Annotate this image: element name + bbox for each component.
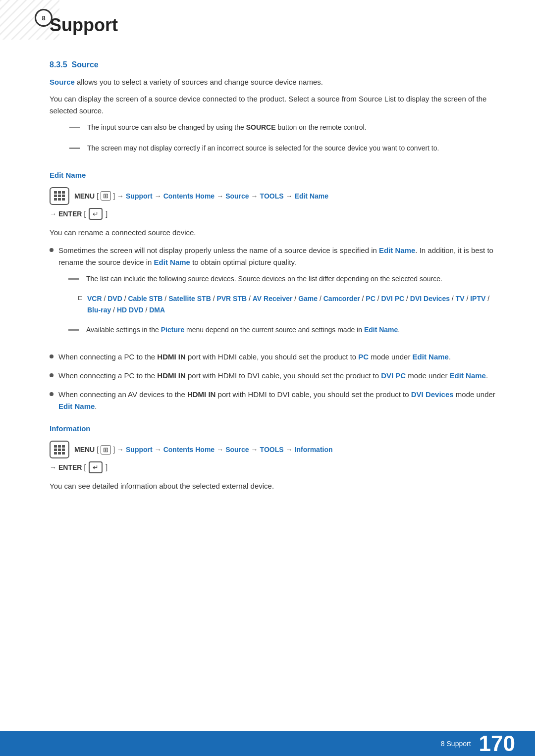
device-hddvd: HD DVD: [117, 306, 144, 314]
arrow-2: →: [155, 192, 161, 200]
path-tools-2: TOOLS: [260, 446, 284, 454]
sub-note-dash-1: [68, 278, 79, 280]
available-note-text: Available settings in the Picture menu d…: [86, 324, 400, 335]
device-satellite: Satellite STB: [168, 295, 211, 302]
menu-bracket-icon-2: ⊞: [101, 445, 111, 454]
path-source-2: Source: [225, 446, 249, 454]
enter-bracket-open: [: [84, 210, 86, 218]
bullet-dot-3: [50, 373, 54, 377]
device-dvd: DVD: [107, 295, 122, 302]
edit-name-blue-1: Edit Name: [379, 246, 415, 254]
note-text-2: The screen may not display correctly if …: [87, 143, 439, 153]
sub-note-1: The list can include the following sourc…: [68, 273, 495, 289]
section-835: 8.3.5 Source Source allows you to select…: [50, 60, 495, 159]
arrow-3: →: [216, 192, 223, 200]
device-tv: TV: [456, 295, 465, 302]
menu-icon-grid: [54, 191, 65, 201]
chapter-circle-text: 8: [42, 14, 45, 22]
device-av: AV Receiver: [253, 295, 293, 302]
menu-icon-2: [50, 441, 69, 458]
arrow-1: →: [117, 192, 124, 200]
grid-cell: [54, 195, 57, 197]
hdmi-in-2: HDMI IN: [157, 371, 186, 380]
bullet-dot-1: [50, 248, 54, 252]
path-contents-home: Contents Home: [163, 192, 214, 200]
source-keyword-1: Source: [50, 78, 75, 86]
arrow-i1: →: [117, 446, 124, 454]
device-dma: DMA: [149, 306, 165, 314]
bullet-item-2: When connecting a PC to the HDMI IN port…: [50, 351, 495, 363]
grid-cell: [58, 449, 61, 451]
note-dash-2: [69, 148, 80, 149]
edit-name-ref-1: Edit Name: [413, 353, 449, 361]
dvi-pc-mode: DVI PC: [381, 371, 406, 380]
grid-cell: [62, 191, 65, 194]
edit-name-bullet-list: Sometimes the screen will not display pr…: [50, 245, 495, 413]
device-pc: PC: [366, 295, 375, 302]
device-iptv: IPTV: [470, 295, 485, 302]
edit-name-ref-2: Edit Name: [450, 371, 486, 380]
path-support-2: Support: [126, 446, 153, 454]
device-pvr: PVR STB: [216, 295, 247, 302]
note-text-1: The input source can also be changed by …: [87, 122, 366, 133]
enter-arrow-2: →: [50, 463, 56, 471]
edit-name-ref-3: Edit Name: [58, 402, 95, 410]
main-content: 8.3.5 Source Source allows you to select…: [0, 46, 535, 527]
page-title: Support: [50, 15, 495, 36]
arrow-i5: →: [286, 446, 293, 454]
device-camcorder: Camcorder: [323, 295, 360, 302]
bracket-close-2: ]: [113, 446, 115, 454]
intro-paragraph-2: You can display the screen of a source d…: [50, 93, 495, 117]
square-bullet-text-1: VCR / DVD / Cable STB / Satellite STB / …: [87, 293, 495, 315]
grid-cell: [58, 452, 61, 454]
footer-page-number: 170: [479, 733, 515, 755]
grid-cell: [58, 195, 61, 197]
bullet-item-1: Sometimes the screen will not display pr…: [50, 245, 495, 345]
bullet-dot-4: [50, 392, 54, 396]
device-vcr: VCR: [87, 295, 102, 302]
edit-name-blue-3: Edit Name: [364, 326, 398, 334]
edit-name-blue-2: Edit Name: [154, 258, 190, 266]
enter-label: ENTER: [58, 210, 82, 218]
header: Support: [0, 0, 535, 46]
grid-cell: [58, 445, 61, 448]
note-1: The input source can also be changed by …: [69, 122, 495, 138]
path-source: Source: [225, 192, 249, 200]
enter-line-2: → ENTER [ ↵ ]: [50, 461, 495, 473]
grid-cell: [54, 445, 57, 448]
enter-icon-2: ↵: [89, 461, 103, 473]
chapter-circle: 8: [35, 9, 53, 27]
hdmi-in-3: HDMI IN: [187, 390, 216, 399]
enter-bracket-close: ]: [106, 210, 107, 218]
pc-mode: PC: [358, 353, 369, 361]
menu-bracket-icon: ⊞: [101, 191, 111, 201]
menu-icon-inner-2: [54, 445, 65, 454]
path-support: Support: [126, 192, 153, 200]
menu-icon: [50, 187, 69, 205]
grid-cell: [62, 452, 65, 454]
arrow-i4: →: [251, 446, 258, 454]
subsection-edit-name: Edit Name: [50, 171, 495, 413]
section-heading: 8.3.5 Source: [50, 60, 495, 69]
intro-paragraph-1: Source allows you to select a variety of…: [50, 76, 495, 88]
information-menu-path: MENU [ ⊞ ] → Support → Contents Home → S…: [50, 441, 495, 458]
information-description: You can see detailed information about t…: [50, 480, 495, 492]
page-container: 8 Support 8.3.5 Source Source allows you…: [0, 0, 535, 756]
enter-symbol: ↵: [93, 210, 99, 218]
bracket-open-1: [: [97, 192, 99, 200]
section-number: 8.3.5: [50, 60, 67, 69]
available-note: Available settings in the Picture menu d…: [68, 324, 495, 340]
source-bold: SOURCE: [246, 123, 276, 131]
grid-cell: [58, 198, 61, 201]
hdmi-in-1: HDMI IN: [157, 353, 186, 361]
enter-symbol-2: ↵: [93, 463, 99, 471]
device-dvi-devices: DVI Devices: [410, 295, 450, 302]
bullet-text-1: Sometimes the screen will not display pr…: [58, 245, 495, 345]
menu-icon-inner: [54, 191, 65, 201]
dvi-devices-mode: DVI Devices: [411, 390, 454, 399]
device-bluray: Blu-ray: [87, 306, 111, 314]
device-dvi-pc: DVI PC: [381, 295, 404, 302]
bracket-close-1: ]: [113, 192, 115, 200]
subsection-information: Information: [50, 424, 495, 492]
note-dash-1: [69, 127, 80, 128]
